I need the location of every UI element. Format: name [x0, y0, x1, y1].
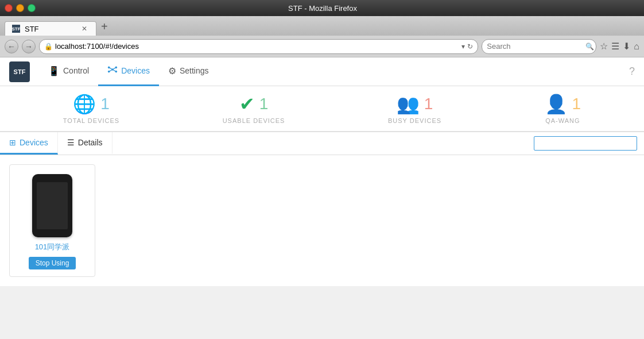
svg-line-8 [112, 70, 116, 72]
stat-usable-devices: ✔ 1 USABLE DEVICES [223, 93, 285, 124]
svg-line-6 [112, 67, 116, 70]
forward-button[interactable]: → [22, 40, 36, 53]
check-icon: ✔ [239, 93, 255, 115]
usable-devices-count: 1 [259, 95, 269, 113]
devices-grid: 101同学派 Stop Using [0, 155, 644, 286]
search-icon[interactable]: 🔍 [585, 43, 594, 51]
nav-label-settings: Settings [180, 66, 209, 75]
device-card[interactable]: 101同学派 Stop Using [9, 164, 95, 277]
device-screen [37, 182, 68, 229]
filter-input[interactable] [534, 136, 637, 151]
control-icon: 📱 [48, 66, 60, 76]
nav-item-control[interactable]: 📱 Control [39, 57, 98, 86]
app-logo: STF [9, 61, 30, 82]
device-phone-image [32, 174, 72, 237]
addressbar: ← → 🔒 ▾ ↻ 🔍 ☆ ☰ ⬇ ⌂ [0, 36, 644, 57]
browser-search-bar: 🔍 [482, 39, 596, 54]
browser-tab[interactable]: STF STF ✕ [5, 21, 96, 36]
back-icon: ← [7, 42, 15, 51]
device-name: 101同学派 [35, 242, 70, 252]
settings-icon: ⚙ [168, 66, 176, 76]
qa-wang-count: 1 [572, 95, 581, 113]
svg-line-7 [109, 70, 112, 72]
browser-search-input[interactable] [487, 42, 583, 51]
tab-close-button[interactable]: ✕ [80, 24, 89, 33]
busy-devices-count: 1 [424, 95, 433, 113]
new-tab-button[interactable]: + [98, 20, 111, 33]
minimize-button[interactable] [16, 4, 24, 12]
stats-bar: 🌐 1 TOTAL DEVICES ✔ 1 USABLE DEVICES 👥 1… [0, 86, 644, 132]
home-icon[interactable]: ⌂ [634, 41, 639, 52]
devices-icon [107, 64, 118, 77]
stat-qa-wang: 👤 1 QA-WANG [545, 93, 581, 124]
nav-item-settings[interactable]: ⚙ Settings [159, 57, 218, 86]
url-dropdown-button[interactable]: ▾ [461, 43, 465, 51]
stat-busy-devices: 👥 1 BUSY DEVICES [388, 93, 441, 124]
details-list-icon: ☰ [67, 138, 75, 147]
bookmark-icon[interactable]: ☆ [600, 41, 608, 52]
forward-icon: → [25, 42, 33, 51]
globe-icon: 🌐 [73, 93, 96, 115]
address-bar-icons: ☆ ☰ ⬇ ⌂ [600, 41, 639, 52]
app-navbar: STF 📱 Control Devices ⚙ Settings ? [0, 57, 644, 86]
close-button[interactable] [5, 4, 13, 12]
total-devices-count: 1 [100, 95, 110, 113]
qa-wang-label: QA-WANG [545, 117, 580, 124]
panel-header: ⊞ Devices ☰ Details [0, 132, 644, 155]
panel-filter-area [527, 133, 644, 154]
titlebar: STF - Mozilla Firefox [0, 0, 644, 16]
stop-using-button[interactable]: Stop Using [29, 257, 76, 269]
tab-devices[interactable]: ⊞ Devices [0, 132, 58, 155]
busy-devices-label: BUSY DEVICES [388, 117, 441, 124]
lock-icon: 🔒 [44, 43, 53, 51]
tabbar: STF STF ✕ + [0, 16, 644, 36]
titlebar-controls [5, 4, 36, 12]
bottom-area [0, 286, 644, 339]
url-input[interactable] [55, 42, 459, 51]
tab-details[interactable]: ☰ Details [58, 132, 112, 155]
nav-label-devices: Devices [121, 66, 150, 75]
reader-icon[interactable]: ☰ [611, 41, 619, 52]
devices-grid-icon: ⊞ [9, 138, 16, 147]
busy-icon: 👥 [397, 93, 420, 115]
user-icon: 👤 [545, 93, 568, 115]
refresh-button[interactable]: ↻ [467, 43, 473, 51]
main-panel: ⊞ Devices ☰ Details 101同学派 Stop Using [0, 132, 644, 286]
url-bar: 🔒 ▾ ↻ [39, 39, 478, 54]
window-title: STF - Mozilla Firefox [40, 4, 605, 13]
svg-line-5 [109, 67, 112, 70]
help-button[interactable]: ? [629, 66, 635, 78]
tab-details-label: Details [78, 138, 103, 147]
download-icon[interactable]: ⬇ [623, 41, 630, 52]
stat-total-devices: 🌐 1 TOTAL DEVICES [63, 93, 119, 124]
nav-label-control: Control [63, 66, 89, 75]
nav-item-devices[interactable]: Devices [98, 57, 159, 86]
maximize-button[interactable] [28, 4, 36, 12]
tab-devices-label: Devices [20, 138, 48, 147]
back-button[interactable]: ← [5, 40, 18, 53]
tab-label: STF [25, 25, 39, 33]
tab-favicon: STF [12, 25, 20, 33]
total-devices-label: TOTAL DEVICES [63, 117, 119, 124]
usable-devices-label: USABLE DEVICES [223, 117, 285, 124]
